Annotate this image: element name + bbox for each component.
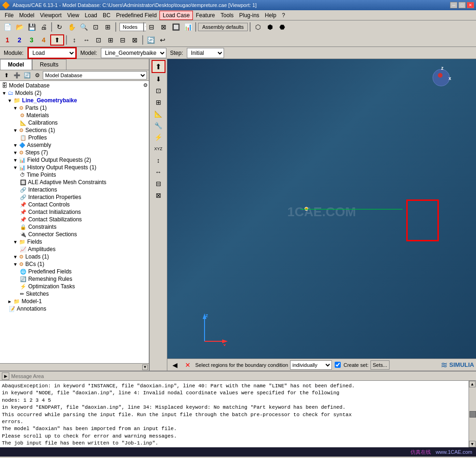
tree-node-sketches[interactable]: ✏ Sketches [1, 290, 148, 298]
vt-btn8[interactable]: XYZ [152, 143, 165, 154]
menu-item-viewport[interactable]: Viewport [37, 11, 64, 20]
tool4[interactable]: 📊 [182, 22, 193, 32]
num3-btn[interactable]: 3 [26, 35, 37, 45]
menu-item-model[interactable]: Model [16, 11, 37, 20]
panel-settings-icon[interactable]: ⚙ [143, 82, 148, 88]
menu-item-help[interactable]: Help [262, 11, 279, 20]
new-file-btn[interactable]: 📄 [2, 22, 13, 32]
tree-node-calibrations[interactable]: 📐 Calibrations [1, 119, 148, 126]
menu-item-predefined[interactable]: Predefined Field [113, 11, 159, 20]
load-icon-btn[interactable]: ⬆ [50, 34, 64, 46]
vp-sets-btn[interactable]: Sets... [370, 360, 390, 370]
mesh2-btn[interactable]: ⊠ [158, 22, 169, 32]
menu-item-feature[interactable]: Feature [193, 11, 218, 20]
panel-btn3[interactable]: 🔄 [22, 71, 32, 80]
panel-model-select[interactable]: Model Database [43, 71, 147, 80]
vt-btn12[interactable]: ⊠ [152, 190, 165, 201]
tree-node-field-output[interactable]: ▼ 📊 Field Output Requests (2) [1, 156, 148, 164]
tree-node-interaction-props[interactable]: 🔗 Interaction Properties [1, 193, 148, 201]
console-expand-btn[interactable]: ▶ [2, 372, 9, 380]
tree-node-amplitudes[interactable]: 📈 Amplitudes [1, 246, 148, 253]
tree-node-model-db[interactable]: 🗄 Model Database ⚙ [1, 82, 148, 89]
vt-btn9[interactable]: ↕ [152, 155, 165, 166]
panel-btn4[interactable]: ⚙ [33, 71, 42, 80]
vp-back-btn[interactable]: ◀ [169, 360, 180, 370]
vp-select-mode[interactable]: individually by angle by region [290, 360, 332, 370]
menu-item-file[interactable]: File [2, 11, 16, 20]
tree-scroll-down[interactable]: ▼ [142, 365, 148, 370]
rotate-btn[interactable]: ↻ [54, 22, 65, 32]
vt-load-create-btn[interactable]: ⬆ [152, 60, 165, 73]
tool3[interactable]: 🔲 [170, 22, 181, 32]
tree-node-fields[interactable]: ▼ 📁 Fields [1, 238, 148, 246]
menu-item-loadcase[interactable]: Load Case [159, 11, 193, 20]
tree-node-loads[interactable]: ▼ ⚙ Loads (1) [1, 253, 148, 260]
tab-model[interactable]: Model [0, 59, 32, 70]
tab-results[interactable]: Results [32, 59, 66, 70]
step-select[interactable]: Initial Step-1 Step-2 [187, 48, 224, 58]
pan-btn[interactable]: ✋ [66, 22, 77, 32]
r2t4[interactable]: ⊞ [105, 35, 116, 45]
menu-item-view[interactable]: View [65, 11, 82, 20]
panel-btn1[interactable]: ⬆ [2, 71, 11, 80]
zoombox-btn[interactable]: ⊡ [90, 22, 101, 32]
tree-node-annotations[interactable]: 📝 Annotations [1, 305, 148, 312]
tree-node-model1[interactable]: ► 📁 Model-1 [1, 298, 148, 305]
r2t7[interactable]: 🔄 [145, 35, 156, 45]
tool5[interactable]: ⬡ [252, 22, 264, 32]
vp-create-set-checkbox[interactable] [335, 362, 341, 368]
minimize-btn[interactable]: ─ [450, 2, 457, 8]
vt-btn5[interactable]: 📐 [152, 108, 165, 119]
vt-btn3[interactable]: ⊡ [152, 85, 165, 96]
node-select[interactable]: Nodes Elements Cells Faces [130, 22, 141, 32]
vt-btn7[interactable]: ⚡ [152, 132, 165, 143]
num4-btn[interactable]: 4 [38, 35, 49, 45]
tool7[interactable]: ⬣ [277, 22, 288, 32]
menu-item-tools[interactable]: Tools [218, 11, 236, 20]
menu-item-bc[interactable]: BC [100, 11, 113, 20]
tree-node-optimization[interactable]: ⚡ Optimization Tasks [1, 283, 148, 290]
console-scroll-up[interactable]: ▲ [469, 381, 476, 387]
r2t2[interactable]: ↔ [81, 35, 92, 45]
open-btn[interactable]: 📂 [14, 22, 25, 32]
tree-node-contact-stab[interactable]: 📌 Contact Stabilizations [1, 216, 148, 223]
tree-node-profiles[interactable]: 📋 Profiles [1, 134, 148, 141]
save-btn[interactable]: 💾 [26, 22, 37, 32]
vt-btn4[interactable]: ⊞ [152, 97, 165, 108]
tree-node-assembly[interactable]: ▼ 🔷 Assembly [1, 141, 148, 149]
vt-btn10[interactable]: ↔ [152, 166, 165, 178]
tree-node-materials[interactable]: ⚙ Materials [1, 112, 148, 119]
tree-node-constraints[interactable]: 🔒 Constraints [1, 223, 148, 231]
maximize-btn[interactable]: □ [458, 2, 466, 8]
menu-item-question[interactable]: ? [279, 11, 288, 20]
vt-btn6[interactable]: 🔧 [152, 120, 165, 131]
console-scrollbar[interactable]: ▲ ▼ [469, 381, 476, 447]
close-btn[interactable]: ✕ [467, 2, 474, 8]
mesh-btn[interactable]: ⊟ [146, 22, 157, 32]
tree-node-history-output[interactable]: ▼ 📊 History Output Requests (1) [1, 164, 148, 171]
panel-btn2[interactable]: ➕ [12, 71, 21, 80]
tree-node-sections[interactable]: ▼ ⚙ Sections (1) [1, 126, 148, 134]
module-select[interactable]: Load Part Property Assembly Step Interac… [29, 48, 75, 58]
menu-item-load[interactable]: Load [82, 11, 100, 20]
menu-item-plugins[interactable]: Plug-ins [237, 11, 262, 20]
r2t6[interactable]: ⊠ [129, 35, 140, 45]
tree-node-line-geo[interactable]: ▼ 📁 Line_Geometrybaike [1, 97, 148, 104]
tree-node-models[interactable]: ▼ 🗂 Models (2) [1, 89, 148, 97]
tool6[interactable]: ⬢ [264, 22, 276, 32]
tree-node-predefined[interactable]: 🌐 Predefined Fields [1, 268, 148, 275]
window-controls[interactable]: ─ □ ✕ [450, 2, 474, 8]
tree-node-connector-sections[interactable]: 🔌 Connector Sections [1, 231, 148, 238]
assembly-defaults-btn[interactable]: Assembly defaults [198, 23, 248, 31]
r2t5[interactable]: ⊟ [117, 35, 128, 45]
num1-btn[interactable]: 1 [2, 35, 13, 45]
vt-btn2[interactable]: ⬇ [152, 73, 165, 85]
console-scroll-down[interactable]: ▼ [469, 441, 476, 447]
console-body[interactable]: AbaqusException: in keyword *INSTANCE, f… [0, 381, 469, 447]
tree-node-parts[interactable]: ▼ ⚙ Parts (1) [1, 104, 148, 112]
print-btn[interactable]: 🖨 [38, 22, 49, 32]
r2t3[interactable]: ⊡ [93, 35, 104, 45]
tree-node-ale[interactable]: 🔲 ALE Adaptive Mesh Constraints [1, 179, 148, 186]
tree-node-remeshing[interactable]: 🔄 Remeshing Rules [1, 275, 148, 283]
tree-node-contact-init[interactable]: 📌 Contact Initializations [1, 208, 148, 216]
